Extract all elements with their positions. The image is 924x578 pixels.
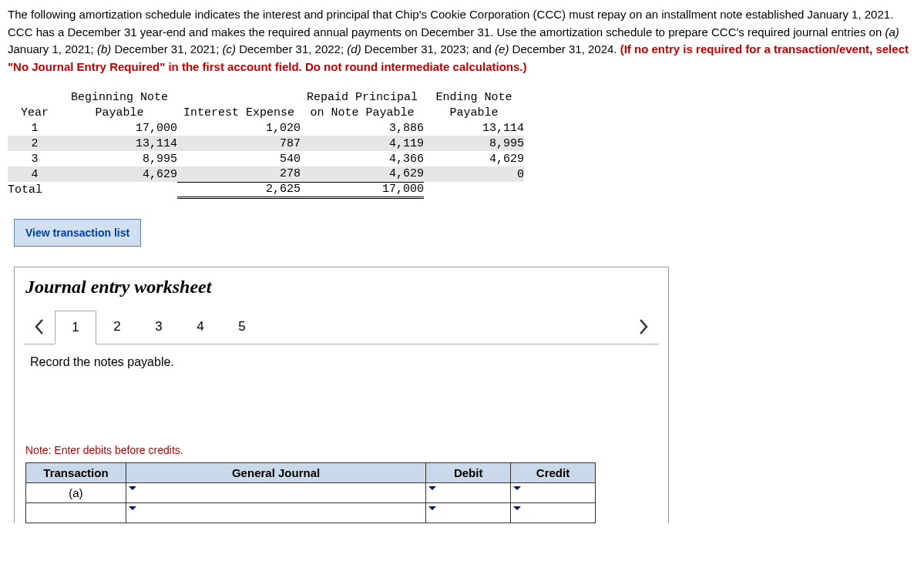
view-transaction-list-button[interactable]: View transaction list (14, 219, 141, 247)
cell-year: 3 (8, 151, 62, 166)
header-ending-note-2: Payable (424, 105, 524, 120)
cell-interest: 278 (177, 166, 301, 182)
amortization-schedule-table: Beginning Note Repaid Principal Ending N… (8, 89, 524, 199)
cell-repaid: 4,366 (301, 151, 424, 166)
amort-row: 44,6292784,6290 (8, 166, 524, 182)
cell-beginning: 8,995 (62, 151, 177, 166)
je-row: (a) (26, 482, 596, 502)
je-transaction-cell (26, 502, 126, 523)
je-account-select[interactable] (126, 482, 425, 502)
cell-beginning: 17,000 (62, 120, 177, 136)
cell-ending: 0 (424, 166, 524, 182)
je-header-credit: Credit (511, 462, 596, 482)
total-repaid: 17,000 (301, 182, 424, 197)
amort-row: 38,9955404,3664,629 (8, 151, 524, 166)
cell-interest: 540 (177, 151, 301, 166)
je-row (26, 502, 596, 523)
total-label: Total (8, 182, 62, 197)
worksheet-title: Journal entry worksheet (15, 267, 668, 310)
header-beginning-note-2: Payable (62, 105, 177, 120)
header-interest-expense: Interest Expense (177, 105, 301, 120)
je-transaction-cell: (a) (26, 482, 126, 502)
tab-2[interactable]: 2 (96, 310, 138, 344)
header-repaid-principal-1: Repaid Principal (301, 89, 424, 105)
amort-row: 213,1147874,1198,995 (8, 136, 524, 151)
cell-ending: 13,114 (424, 120, 524, 136)
dropdown-icon (428, 486, 436, 490)
dropdown-icon (129, 486, 136, 490)
cell-interest: 787 (177, 136, 301, 151)
dropdown-icon (513, 506, 521, 510)
tab-3[interactable]: 3 (138, 310, 180, 344)
je-header-debit: Debit (426, 462, 511, 482)
cell-year: 2 (8, 136, 62, 151)
total-interest: 2,625 (177, 182, 301, 197)
chevron-left-icon (34, 318, 45, 335)
dropdown-icon (129, 506, 136, 510)
tab-1[interactable]: 1 (55, 311, 96, 344)
intro-text-1: The following amortization schedule indi… (8, 8, 893, 39)
cell-beginning: 4,629 (62, 166, 177, 182)
tabs-row: 12345 (15, 310, 668, 344)
tab-content: Record the notes payable. (24, 344, 659, 444)
amort-row: 117,0001,0203,88613,114 (8, 120, 524, 136)
tab-4[interactable]: 4 (180, 310, 221, 344)
cell-repaid: 3,886 (301, 120, 424, 136)
chevron-right-icon (638, 318, 649, 335)
tab-next-button[interactable] (628, 310, 659, 344)
journal-entry-table: Transaction General Journal Debit Credit… (25, 462, 596, 523)
tab-5[interactable]: 5 (221, 310, 263, 344)
cell-ending: 8,995 (424, 136, 524, 151)
journal-entry-worksheet: Journal entry worksheet 12345 Record the… (14, 267, 669, 523)
intro-c: (c) (223, 42, 237, 55)
je-debit-input[interactable] (426, 502, 511, 523)
cell-ending: 4,629 (424, 151, 524, 166)
je-credit-input[interactable] (511, 502, 596, 523)
je-credit-input[interactable] (511, 482, 596, 502)
tab-prev-button[interactable] (24, 310, 55, 344)
intro-d: (d) (347, 42, 361, 55)
dropdown-icon (513, 486, 521, 490)
header-ending-note-1: Ending Note (424, 89, 524, 105)
cell-repaid: 4,119 (301, 136, 424, 151)
cell-interest: 1,020 (177, 120, 301, 136)
header-repaid-principal-2: on Note Payable (301, 105, 424, 120)
intro-e: (e) (495, 42, 509, 55)
cell-beginning: 13,114 (62, 136, 177, 151)
header-year: Year (8, 105, 62, 120)
instructions-paragraph: The following amortization schedule indi… (8, 6, 916, 76)
dropdown-icon (428, 506, 436, 510)
cell-year: 4 (8, 166, 62, 182)
intro-b: (b) (97, 42, 111, 55)
intro-a: (a) (885, 25, 899, 39)
je-header-general-journal: General Journal (126, 462, 425, 482)
je-header-transaction: Transaction (26, 462, 126, 482)
cell-year: 1 (8, 120, 62, 136)
debits-before-credits-note: Note: Enter debits before credits. (15, 444, 668, 462)
header-beginning-note-1: Beginning Note (62, 89, 177, 105)
je-debit-input[interactable] (426, 482, 511, 502)
cell-repaid: 4,629 (301, 166, 424, 182)
je-account-select[interactable] (126, 502, 425, 523)
worksheet-instruction: Record the notes payable. (30, 355, 174, 368)
